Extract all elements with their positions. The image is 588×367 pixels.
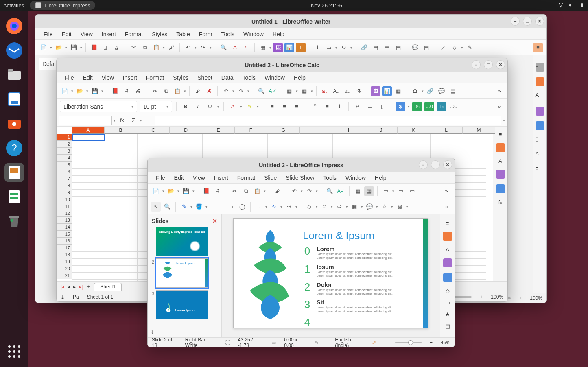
calc-menu-format[interactable]: Format: [142, 73, 168, 82]
row-header[interactable]: 5: [57, 162, 72, 168]
impress-minimize-button[interactable]: –: [419, 160, 428, 169]
footnote-button[interactable]: ▤: [371, 43, 380, 52]
imp-overflow-2[interactable]: »: [442, 202, 451, 212]
volume-icon[interactable]: [568, 2, 574, 8]
imp-sb-master[interactable]: ▤: [445, 323, 450, 329]
dock-impress[interactable]: [4, 163, 24, 182]
number-button[interactable]: 0.0: [424, 102, 434, 111]
dock-thunderbird[interactable]: [4, 41, 24, 60]
slide-panel-close[interactable]: ✕: [212, 218, 217, 224]
impress-menu-insert[interactable]: Insert: [210, 173, 232, 182]
col-header-A[interactable]: A: [72, 127, 105, 134]
slide-thumb-2[interactable]: Lorem & Ipsum: [156, 258, 208, 288]
merge-button[interactable]: ▭: [365, 102, 375, 111]
calc-sb-properties[interactable]: [496, 143, 505, 152]
calc-menu-data[interactable]: Data: [217, 73, 238, 82]
line-color-button[interactable]: ✎: [179, 202, 189, 212]
row-header[interactable]: 15: [57, 231, 72, 238]
calc-menu-styles[interactable]: Styles: [169, 73, 192, 82]
italic-button[interactable]: I: [193, 102, 203, 111]
currency-button[interactable]: $: [396, 102, 405, 111]
date-button[interactable]: 15: [437, 102, 446, 111]
tab-first-button[interactable]: |◂: [61, 284, 64, 290]
valign-bot-button[interactable]: ⤓: [334, 102, 344, 111]
writer-zoom-plus[interactable]: +: [519, 295, 522, 301]
field-button[interactable]: ▭: [324, 43, 334, 52]
print-preview-button[interactable]: 🖨: [112, 43, 122, 52]
active-cell[interactable]: [72, 134, 105, 141]
calc-maximize-button[interactable]: □: [484, 60, 493, 69]
imp-save-button[interactable]: 💾: [181, 186, 191, 196]
calc-menu-window[interactable]: Window: [260, 73, 289, 82]
calc-print-button[interactable]: 🖨: [122, 86, 131, 96]
row-header[interactable]: 21: [57, 272, 72, 279]
imp-spell-button[interactable]: A✓: [336, 186, 346, 196]
tab-next-button[interactable]: ▸: [73, 284, 76, 290]
align-right-button[interactable]: ≡: [292, 102, 302, 111]
col-header-G[interactable]: G: [267, 127, 300, 134]
calc-format-overflow[interactable]: »: [494, 102, 504, 111]
formula-input[interactable]: [155, 116, 501, 125]
dock-show-apps[interactable]: [4, 342, 24, 361]
calc-overflow-button[interactable]: »: [494, 86, 504, 96]
calc-undo-button[interactable]: ↶: [221, 86, 231, 96]
calc-cut-button[interactable]: ✂: [150, 86, 160, 96]
row-header[interactable]: 3: [57, 148, 72, 155]
col-header-E[interactable]: E: [202, 127, 235, 134]
open-button[interactable]: 📂: [54, 43, 63, 52]
calc-sb-styles[interactable]: A: [498, 158, 502, 164]
tab-add-button[interactable]: ＋: [86, 283, 91, 290]
impress-menu-help[interactable]: Help: [371, 173, 391, 182]
bullet-sub[interactable]: Lorem ipsum dolor sit amet, consectetuer…: [317, 252, 398, 260]
calc-new-button[interactable]: 📄: [60, 86, 70, 96]
calc-sort-asc-button[interactable]: a↓: [320, 86, 330, 96]
col-header-D[interactable]: D: [170, 127, 202, 134]
row-header[interactable]: 13: [57, 217, 72, 224]
flowchart-tool[interactable]: ▦: [350, 202, 359, 212]
connector-tool[interactable]: ⤳: [284, 202, 294, 212]
row-header[interactable]: 11: [57, 203, 72, 210]
bookmark-button[interactable]: ▤: [382, 43, 392, 52]
pagebreak-button[interactable]: ⤓: [313, 43, 322, 52]
slide-thumb-3[interactable]: Lorem Ipsum: [156, 290, 208, 319]
calc-menu-insert[interactable]: Insert: [119, 73, 141, 82]
row-header[interactable]: 7: [57, 175, 72, 182]
impress-zoom-slider[interactable]: [395, 342, 422, 343]
imp-start-current-button[interactable]: ▭: [407, 186, 417, 196]
calc-sb-navigator[interactable]: [496, 184, 505, 193]
dock-calc[interactable]: [4, 187, 24, 207]
imp-overflow-1[interactable]: »: [442, 186, 451, 196]
calc-menu-help[interactable]: Help: [290, 73, 310, 82]
curve-tool[interactable]: ∿: [269, 202, 279, 212]
slide-canvas-area[interactable]: Lorem & Ipsum 0LoremLorem ipsum dolor si…: [222, 214, 440, 337]
imp-grid-button[interactable]: ▦: [353, 186, 363, 196]
dock-software[interactable]: [4, 114, 24, 133]
calc-clear-format-button[interactable]: A̸: [204, 86, 214, 96]
imp-sb-shapes[interactable]: ◇: [446, 288, 450, 294]
writer-menu-format[interactable]: Format: [121, 30, 147, 39]
fill-color-button[interactable]: 🪣: [194, 202, 204, 212]
impress-menu-view[interactable]: View: [189, 173, 209, 182]
writer-menu-insert[interactable]: Insert: [98, 30, 120, 39]
row-header[interactable]: 10: [57, 196, 72, 203]
zoom-plus-button[interactable]: +: [430, 340, 433, 345]
dock-trash[interactable]: [4, 212, 24, 231]
bold-button[interactable]: B: [181, 102, 190, 111]
col-header-C[interactable]: C: [137, 127, 170, 134]
impress-menu-slideshow[interactable]: Slide Show: [282, 173, 318, 182]
writer-menu-window[interactable]: Window: [239, 30, 268, 39]
sb-page-icon[interactable]: ▯: [536, 136, 544, 145]
clone-format-button[interactable]: 🖌: [166, 43, 176, 52]
calc-open-button[interactable]: 📂: [75, 86, 85, 96]
calc-headers-button[interactable]: ▤: [448, 86, 458, 96]
slide-thumb-1[interactable]: Growing Liberty Impress Template: [156, 227, 208, 256]
name-box[interactable]: [59, 116, 112, 125]
col-header-L[interactable]: L: [430, 127, 463, 134]
active-app-chip[interactable]: LibreOffice Impress: [30, 1, 95, 10]
highlight-button[interactable]: ✎: [245, 102, 254, 111]
valign-top-button[interactable]: ⤒: [310, 102, 320, 111]
calc-save-button[interactable]: 💾: [90, 86, 100, 96]
activities-button[interactable]: Activities: [3, 2, 24, 9]
calc-pivot-button[interactable]: ▦: [393, 86, 403, 96]
calc-sort-za-button[interactable]: z↓: [343, 86, 352, 96]
